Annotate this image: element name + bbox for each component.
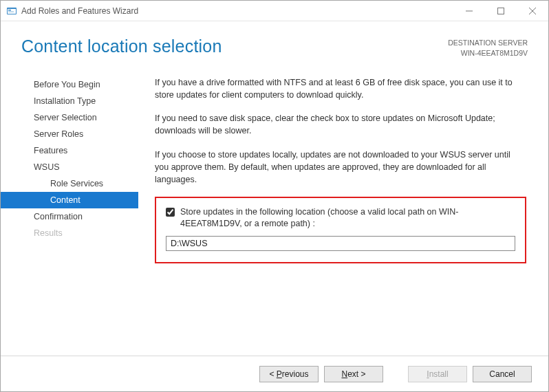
store-updates-checkbox[interactable]: [166, 208, 175, 217]
store-path-input[interactable]: [166, 236, 515, 251]
store-updates-label[interactable]: Store updates in the following location …: [180, 206, 515, 230]
install-button[interactable]: Install: [408, 366, 467, 382]
nav-item-features[interactable]: Features: [1, 142, 138, 159]
nav-item-server-selection[interactable]: Server Selection: [1, 109, 138, 126]
sidebar: Before You BeginInstallation TypeServer …: [1, 71, 138, 356]
previous-button[interactable]: < Previous: [259, 366, 319, 382]
nav-item-results: Results: [1, 225, 138, 241]
nav-item-confirmation[interactable]: Confirmation: [1, 208, 138, 225]
nav-item-installation-type[interactable]: Installation Type: [1, 93, 138, 109]
nav-item-server-roles[interactable]: Server Roles: [1, 126, 138, 142]
content-pane: If you have a drive formatted with NTFS …: [138, 71, 548, 356]
footer: < Previous Next > Install Cancel: [1, 356, 548, 391]
close-button[interactable]: [517, 1, 548, 21]
svg-rect-2: [8, 10, 11, 11]
nav-item-wsus[interactable]: WSUS: [1, 159, 138, 175]
destination-label: DESTINATION SERVER: [448, 38, 528, 48]
titlebar[interactable]: Add Roles and Features Wizard: [1, 1, 548, 21]
nav-item-role-services[interactable]: Role Services: [1, 175, 138, 192]
window-title: Add Roles and Features Wizard: [21, 6, 138, 16]
store-location-group: Store updates in the following location …: [155, 197, 526, 263]
header: Content location selection DESTINATION S…: [1, 21, 548, 71]
svg-rect-5: [498, 8, 504, 14]
page-title: Content location selection: [21, 36, 222, 56]
destination-server-block: DESTINATION SERVER WIN-4EEAT8M1D9V: [448, 36, 528, 58]
next-button[interactable]: Next >: [324, 366, 383, 382]
intro-para-2: If you need to save disk space, clear th…: [155, 112, 526, 137]
cancel-button[interactable]: Cancel: [473, 366, 532, 382]
svg-rect-3: [8, 11, 14, 12]
nav-item-before-you-begin[interactable]: Before You Begin: [1, 76, 138, 93]
intro-para-1: If you have a drive formatted with NTFS …: [155, 76, 526, 101]
wizard-window: Add Roles and Features Wizard Content lo…: [0, 0, 549, 392]
intro-para-3: If you choose to store updates locally, …: [155, 149, 526, 186]
nav-item-content[interactable]: Content: [1, 192, 138, 208]
app-icon: [6, 6, 17, 17]
minimize-button[interactable]: [453, 1, 485, 21]
body: Before You BeginInstallation TypeServer …: [1, 71, 548, 356]
destination-server-name: WIN-4EEAT8M1D9V: [448, 48, 528, 58]
maximize-button[interactable]: [485, 1, 517, 21]
